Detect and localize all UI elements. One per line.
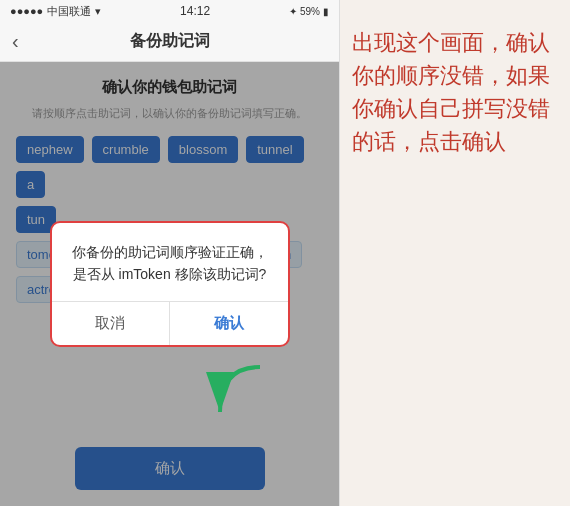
signal-dots: ●●●●● [10, 5, 43, 17]
annotation-section: 出现这个画面，确认你的顺序没错，如果你确认自己拼写没错的话，点击确认 [340, 0, 570, 506]
wifi-icon: ▾ [95, 5, 101, 18]
back-button[interactable]: ‹ [12, 30, 19, 53]
bluetooth-icon: ✦ [289, 6, 297, 17]
content-area: 确认你的钱包助记词 请按顺序点击助记词，以确认你的备份助记词填写正确。 neph… [0, 62, 339, 506]
annotation-text: 出现这个画面，确认你的顺序没错，如果你确认自己拼写没错的话，点击确认 [352, 26, 558, 158]
nav-bar: ‹ 备份助记词 [0, 22, 339, 62]
dialog-overlay: 你备份的助记词顺序验证正确，是否从 imToken 移除该助记词? 取消 确认 [0, 62, 339, 506]
dialog-cancel-button[interactable]: 取消 [52, 302, 171, 345]
battery-label: 59% [300, 6, 320, 17]
battery-icon: ▮ [323, 6, 329, 17]
dialog-confirm-button[interactable]: 确认 [170, 302, 288, 345]
arrow-indicator [200, 362, 270, 426]
status-left: ●●●●● 中国联通 ▾ [10, 4, 101, 19]
status-bar: ●●●●● 中国联通 ▾ 14:12 ✦ 59% ▮ [0, 0, 339, 22]
dialog-buttons: 取消 确认 [52, 301, 288, 345]
carrier-label: 中国联通 [47, 4, 91, 19]
status-right: ✦ 59% ▮ [289, 6, 329, 17]
nav-title: 备份助记词 [130, 31, 210, 52]
dialog-message: 你备份的助记词顺序验证正确，是否从 imToken 移除该助记词? [68, 241, 272, 286]
phone-screen: ●●●●● 中国联通 ▾ 14:12 ✦ 59% ▮ ‹ 备份助记词 确认你的钱… [0, 0, 340, 506]
status-time: 14:12 [180, 4, 210, 18]
dialog-box: 你备份的助记词顺序验证正确，是否从 imToken 移除该助记词? 取消 确认 [50, 221, 290, 348]
